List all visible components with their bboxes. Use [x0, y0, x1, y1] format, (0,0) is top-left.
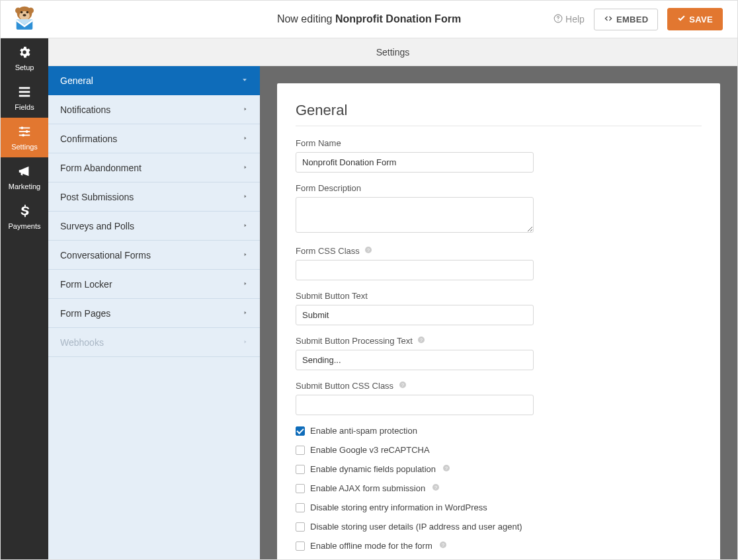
- submit-css-label-text: Submit Button CSS Class: [296, 381, 393, 391]
- checkbox-row: Enable Google v3 reCAPTCHA: [296, 445, 702, 455]
- submit-text-input[interactable]: [296, 305, 534, 325]
- sub-item-label: Form Pages: [60, 308, 110, 319]
- form-css-input[interactable]: [296, 260, 534, 280]
- code-icon: [604, 15, 613, 24]
- sub-item-conversational-forms[interactable]: Conversational Forms: [48, 241, 260, 270]
- svg-marker-22: [245, 107, 247, 110]
- iconbar-label: Payments: [9, 222, 41, 230]
- sub-item-label: Notifications: [60, 104, 110, 115]
- checkbox-input[interactable]: [296, 465, 305, 474]
- list-icon: [17, 85, 32, 100]
- iconbar-label: Marketing: [9, 182, 40, 190]
- right-area: Settings General Notifications Confirmat…: [48, 38, 737, 559]
- svg-point-1: [15, 8, 21, 14]
- sub-item-label: Confirmations: [60, 134, 117, 144]
- wpforms-logo-icon: [11, 5, 38, 33]
- checkbox-label: Enable offline mode for the form: [310, 541, 432, 551]
- checkbox-row: Enable anti-spam protection: [296, 426, 702, 436]
- field-form-name: Form Name: [296, 138, 702, 173]
- svg-text:?: ?: [434, 485, 437, 490]
- svg-rect-15: [19, 128, 30, 129]
- field-submit-css: Submit Button CSS Class ?: [296, 381, 702, 415]
- sub-item-post-submissions[interactable]: Post Submissions: [48, 182, 260, 212]
- form-name-input[interactable]: [296, 152, 534, 173]
- help-link[interactable]: Help: [554, 14, 585, 25]
- svg-text:?: ?: [420, 338, 423, 342]
- editing-title: Now editing Nonprofit Donation Form: [277, 13, 461, 25]
- iconbar-item-settings[interactable]: Settings: [1, 118, 48, 157]
- checkbox-label: Enable AJAX form submission: [310, 483, 425, 493]
- checkbox-input[interactable]: [296, 426, 305, 436]
- save-label: SAVE: [689, 15, 713, 24]
- sub-item-general[interactable]: General: [48, 66, 260, 95]
- panel-heading: General: [296, 102, 702, 126]
- checkbox-label: Enable Google v3 reCAPTCHA: [310, 445, 430, 455]
- submit-css-input[interactable]: [296, 395, 534, 415]
- chevron-right-icon: [243, 105, 248, 114]
- form-desc-label: Form Description: [296, 183, 702, 193]
- svg-marker-23: [245, 136, 247, 140]
- iconbar-item-setup[interactable]: Setup: [1, 38, 48, 78]
- chevron-right-icon: [243, 163, 248, 173]
- submit-proc-input[interactable]: [296, 350, 534, 370]
- svg-text:?: ?: [367, 248, 370, 253]
- sub-item-notifications[interactable]: Notifications: [48, 95, 260, 124]
- svg-point-6: [22, 14, 26, 17]
- editing-prefix: Now editing: [277, 13, 335, 24]
- sub-item-form-pages[interactable]: Form Pages: [48, 299, 260, 328]
- checkbox-input[interactable]: [296, 503, 305, 512]
- svg-point-4: [20, 11, 23, 14]
- svg-point-16: [20, 126, 23, 129]
- checkbox-input[interactable]: [296, 446, 305, 455]
- submit-text-label: Submit Button Text: [296, 291, 702, 301]
- sub-item-confirmations[interactable]: Confirmations: [48, 124, 260, 153]
- dollar-icon: [17, 204, 32, 220]
- sub-item-form-abandonment[interactable]: Form Abandonment: [48, 153, 260, 182]
- sub-item-label: Webhooks: [60, 337, 104, 348]
- sub-item-surveys-polls[interactable]: Surveys and Polls: [48, 212, 260, 241]
- iconbar-item-fields[interactable]: Fields: [1, 78, 48, 118]
- help-tooltip-icon[interactable]: ?: [417, 336, 425, 346]
- sub-item-webhooks[interactable]: Webhooks: [48, 328, 260, 357]
- checkbox-label: Enable dynamic fields population: [310, 464, 436, 474]
- checkbox-label: Disable storing entry information in Wor…: [310, 502, 487, 512]
- checkbox-row: Disable storing entry information in Wor…: [296, 502, 702, 512]
- checkbox-input[interactable]: [296, 484, 305, 493]
- submit-css-label: Submit Button CSS Class ?: [296, 381, 702, 391]
- chevron-down-icon: [241, 76, 248, 85]
- save-button[interactable]: SAVE: [667, 8, 723, 30]
- help-tooltip-icon[interactable]: ?: [399, 381, 407, 391]
- embed-label: EMBED: [616, 15, 648, 24]
- check-icon: [677, 14, 686, 24]
- help-tooltip-icon[interactable]: ?: [442, 464, 450, 474]
- help-tooltip-icon[interactable]: ?: [364, 246, 372, 256]
- svg-rect-12: [19, 87, 30, 89]
- iconbar-item-payments[interactable]: Payments: [1, 197, 48, 237]
- help-tooltip-icon[interactable]: ?: [432, 483, 440, 493]
- form-desc-textarea[interactable]: [296, 197, 534, 233]
- checkbox-row: Enable offline mode for the form?: [296, 541, 702, 551]
- svg-rect-14: [19, 95, 30, 97]
- checkbox-input[interactable]: [296, 541, 305, 551]
- chevron-right-icon: [243, 338, 248, 347]
- svg-text:?: ?: [445, 466, 448, 471]
- iconbar-label: Fields: [15, 103, 34, 111]
- checkbox-group: Enable anti-spam protectionEnable Google…: [296, 426, 702, 551]
- sub-sidebar: General Notifications Confirmations Form…: [48, 66, 260, 559]
- chevron-right-icon: [243, 280, 248, 289]
- embed-button[interactable]: EMBED: [594, 9, 658, 30]
- svg-marker-27: [245, 253, 247, 256]
- sliders-icon: [17, 124, 32, 140]
- svg-rect-13: [19, 91, 30, 93]
- gear-icon: [17, 45, 32, 61]
- submit-proc-label-text: Submit Button Processing Text: [296, 336, 413, 346]
- topbar-actions: Help EMBED SAVE: [554, 8, 737, 30]
- help-tooltip-icon[interactable]: ?: [439, 541, 447, 551]
- svg-text:?: ?: [442, 543, 444, 547]
- field-form-description: Form Description: [296, 183, 702, 235]
- checkbox-input[interactable]: [296, 522, 305, 532]
- svg-rect-17: [19, 131, 30, 132]
- iconbar-item-marketing[interactable]: Marketing: [1, 157, 48, 197]
- sub-item-form-locker[interactable]: Form Locker: [48, 270, 260, 299]
- app-body: Setup Fields Settings Marketing Payments…: [1, 38, 737, 559]
